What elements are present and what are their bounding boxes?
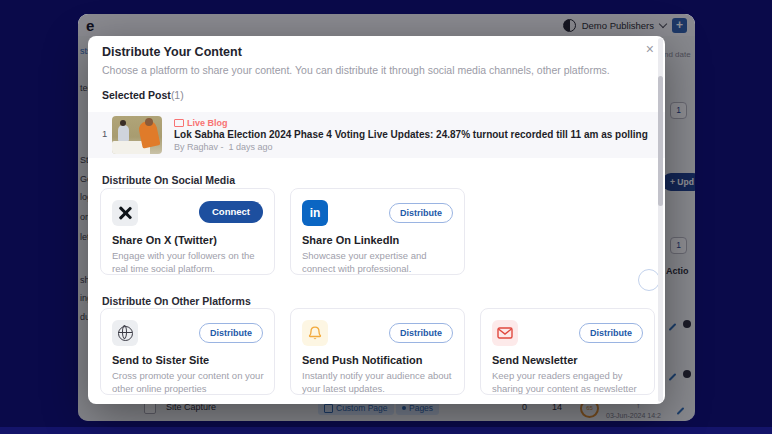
selected-post-count: (1)	[171, 89, 184, 101]
post-thumbnail	[112, 116, 162, 154]
card-share-x-twitter: Connect Share On X (Twitter) Engage with…	[100, 188, 275, 275]
live-blog-tag: Live Blog	[174, 118, 228, 128]
selected-post-label: Selected Post(1)	[102, 89, 184, 101]
close-icon[interactable]: ×	[646, 41, 654, 57]
post-time: 1 days ago	[229, 142, 273, 152]
card-sister-site: Distribute Send to Sister Site Cross pro…	[100, 308, 275, 395]
distribute-push-button[interactable]: Distribute	[389, 323, 453, 343]
card-description: Showcase your expertise and connect with…	[302, 250, 456, 275]
social-section-label: Distribute On Social Media	[102, 174, 235, 186]
card-title: Send Push Notification	[302, 354, 422, 366]
globe-icon	[112, 320, 138, 346]
card-description: Cross promote your content on your other…	[112, 370, 266, 395]
card-title: Send Newsletter	[492, 354, 578, 366]
card-description: Instantly notify your audience about you…	[302, 370, 456, 395]
card-share-linkedin: in Distribute Share On LinkedIn Showcase…	[290, 188, 465, 275]
modal-subtitle: Choose a platform to share your content.…	[102, 64, 610, 76]
card-newsletter: Distribute Send Newsletter Keep your rea…	[480, 308, 655, 395]
card-push-notification: Distribute Send Push Notification Instan…	[290, 308, 465, 395]
card-description: Engage with your followers on the real t…	[112, 250, 266, 275]
modal-title: Distribute Your Content	[102, 45, 242, 59]
bell-icon	[302, 320, 328, 346]
decorative-circle	[638, 269, 660, 291]
modal-scrollbar-thumb[interactable]	[658, 76, 663, 206]
distribute-newsletter-button[interactable]: Distribute	[579, 323, 643, 343]
mail-icon	[492, 320, 518, 346]
card-description: Keep your readers engaged by sharing you…	[492, 370, 646, 395]
distribute-linkedin-button[interactable]: Distribute	[389, 203, 453, 223]
card-title: Share On LinkedIn	[302, 234, 399, 246]
post-byline: By Raghav - 1 days ago	[174, 142, 273, 152]
distribute-sister-site-button[interactable]: Distribute	[199, 323, 263, 343]
post-index: 1	[102, 128, 107, 139]
desktop-background: e Demo Publishers + sts ted Stor Go log …	[0, 0, 772, 434]
live-blog-icon	[174, 119, 184, 127]
x-twitter-icon	[112, 200, 138, 226]
connect-x-button[interactable]: Connect	[199, 201, 263, 223]
taskbar-strip	[0, 427, 772, 434]
card-title: Share On X (Twitter)	[112, 234, 217, 246]
other-section-label: Distribute On Other Platforms	[102, 295, 251, 307]
post-title: Lok Sabha Election 2024 Phase 4 Voting L…	[174, 129, 649, 140]
linkedin-icon: in	[302, 200, 328, 226]
card-title: Send to Sister Site	[112, 354, 209, 366]
selected-post-row: 1 Live Blog Lok Sabha Election 2024 Phas…	[88, 112, 665, 158]
distribute-content-modal: Distribute Your Content × Choose a platf…	[88, 36, 665, 404]
